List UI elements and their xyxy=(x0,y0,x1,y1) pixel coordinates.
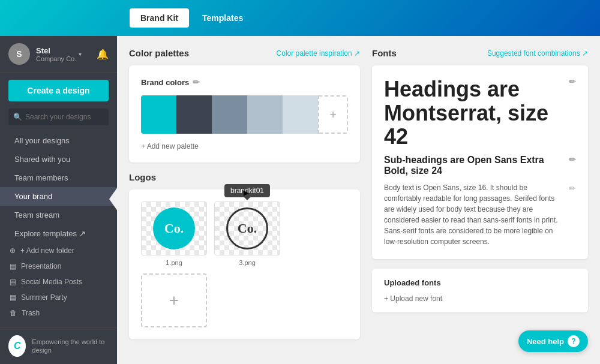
search-icon: 🔍 xyxy=(13,113,22,121)
header: Brand Kit Templates xyxy=(0,0,600,36)
logo-item-2: brandkit01 Co. 3.png xyxy=(214,201,280,266)
logo-tooltip: brandkit01 xyxy=(224,184,270,197)
uploaded-fonts-card: Uploaded fonts + Upload new font xyxy=(372,269,588,312)
search-input[interactable] xyxy=(8,109,109,125)
bell-icon[interactable]: 🔔 xyxy=(97,49,109,60)
sidebar-item-shared[interactable]: Shared with you xyxy=(0,150,117,169)
sidebar-item-label: Shared with you xyxy=(14,155,70,164)
logo-circle-outline: Co. xyxy=(226,207,268,249)
add-swatch-button[interactable]: + xyxy=(318,95,348,134)
folder-label: Trash xyxy=(22,309,40,317)
fonts-title: Fonts xyxy=(372,48,397,58)
folder-label: Summer Party xyxy=(21,293,67,302)
need-help-label: Need help xyxy=(527,337,564,346)
logos-card: Co. 1.png brandkit01 Co. 3.png xyxy=(129,189,360,339)
tab-templates[interactable]: Templates xyxy=(191,8,254,28)
logo-label-1: 1.png xyxy=(166,259,182,266)
logos-grid: Co. 1.png brandkit01 Co. 3.png xyxy=(141,201,348,327)
logos-title: Logos xyxy=(129,172,156,182)
logo-item-1: Co. 1.png xyxy=(141,201,207,266)
swatch-4[interactable] xyxy=(247,95,283,134)
swatch-1[interactable] xyxy=(141,95,176,134)
body-text: Body text is Open Sans, size 16. It shou… xyxy=(384,182,564,247)
suggested-fonts-link[interactable]: Suggested font combinations ↗ xyxy=(487,49,588,58)
folder-presentation[interactable]: ▤ Presentation xyxy=(0,258,117,274)
sidebar-item-your-brand[interactable]: Your brand xyxy=(0,187,117,206)
main-layout: S Stel Company Co. ▾ 🔔 Create a design 🔍… xyxy=(0,36,600,364)
fonts-section: Fonts Suggested font combinations ↗ Head… xyxy=(372,48,588,259)
palette-inspiration-link[interactable]: Color palette inspiration ↗ xyxy=(277,49,360,58)
add-folder-icon: ⊕ xyxy=(10,246,16,255)
logo-preview-2[interactable]: brandkit01 Co. xyxy=(214,201,280,255)
trash-icon: 🗑 xyxy=(10,309,17,317)
fonts-header: Fonts Suggested font combinations ↗ xyxy=(372,48,588,58)
sidebar-item-team-members[interactable]: Team members xyxy=(0,169,117,187)
sidebar-item-explore-templates[interactable]: Explore templates ↗ xyxy=(0,224,117,243)
add-folder-label: + Add new folder xyxy=(20,246,74,255)
add-logo-button[interactable]: + xyxy=(141,273,207,327)
color-palettes-header: Color palettes Color palette inspiration… xyxy=(129,48,360,58)
folder-label: Presentation xyxy=(21,262,61,270)
sidebar: S Stel Company Co. ▾ 🔔 Create a design 🔍… xyxy=(0,36,117,364)
canva-logo: C xyxy=(8,335,26,357)
font-heading: Headings are Montserrat, size 42 ✏ xyxy=(384,77,576,149)
upload-font-link[interactable]: + Upload new font xyxy=(384,294,576,303)
palette-name-text: Brand colors xyxy=(141,78,189,87)
subheading-edit-icon[interactable]: ✏ xyxy=(569,155,576,164)
need-help-button[interactable]: Need help ? xyxy=(518,330,588,352)
add-folder-item[interactable]: ⊕ + Add new folder xyxy=(0,243,117,258)
palette-header: Brand colors ✏ xyxy=(141,77,348,87)
main-content: Color palettes Color palette inspiration… xyxy=(117,36,600,364)
folder-icon: ▤ xyxy=(10,293,16,302)
sidebar-item-label: Team members xyxy=(14,173,68,182)
search-wrap: 🔍 xyxy=(8,109,109,125)
color-palettes-title: Color palettes xyxy=(129,48,189,58)
heading-edit-icon[interactable]: ✏ xyxy=(569,77,576,86)
help-icon: ? xyxy=(568,335,580,347)
folder-icon: ▤ xyxy=(10,278,16,286)
color-palettes-section: Color palettes Color palette inspiration… xyxy=(129,48,360,163)
swatch-5[interactable] xyxy=(283,95,318,134)
palette-swatches: + xyxy=(141,95,348,134)
logos-section: Logos Co. 1.png xyxy=(129,172,360,339)
body-edit-icon[interactable]: ✏ xyxy=(569,182,576,195)
sidebar-item-label: All your designs xyxy=(14,136,70,145)
swatch-3[interactable] xyxy=(212,95,247,134)
edit-icon[interactable]: ✏ xyxy=(193,77,200,87)
create-design-button[interactable]: Create a design xyxy=(8,80,109,101)
sidebar-nav: All your designs Shared with you Team me… xyxy=(0,131,117,327)
folder-trash[interactable]: 🗑 Trash xyxy=(0,305,117,321)
font-subheading: Sub-headings are Open Sans Extra Bold, s… xyxy=(384,155,576,176)
sidebar-item-all-designs[interactable]: All your designs xyxy=(0,131,117,150)
tab-brand-kit[interactable]: Brand Kit xyxy=(130,8,189,28)
user-name: Stel xyxy=(36,46,76,55)
folder-label: Social Media Posts xyxy=(21,278,82,286)
sidebar-item-label: Team stream xyxy=(14,210,59,219)
user-info: Stel Company Co. xyxy=(36,46,76,62)
folder-icon: ▤ xyxy=(10,262,16,270)
logo-circle-teal: Co. xyxy=(153,207,195,249)
logo-preview-1[interactable]: Co. xyxy=(141,201,207,255)
add-logo-item: + xyxy=(141,273,207,327)
right-column: Fonts Suggested font combinations ↗ Head… xyxy=(372,48,588,352)
left-column: Color palettes Color palette inspiration… xyxy=(129,48,360,352)
palette-name: Brand colors ✏ xyxy=(141,77,200,87)
subheading-text: Sub-headings are Open Sans Extra Bold, s… xyxy=(384,155,564,176)
chevron-down-icon: ▾ xyxy=(79,51,82,58)
sidebar-item-team-stream[interactable]: Team stream xyxy=(0,206,117,224)
user-company: Company Co. xyxy=(36,55,76,62)
sidebar-item-label: Explore templates ↗ xyxy=(14,229,86,238)
add-palette-link[interactable]: + Add new palette xyxy=(141,142,348,151)
logo-label-2: 3.png xyxy=(239,259,256,266)
footer-text: Empowering the world to design xyxy=(32,338,109,355)
header-tabs: Brand Kit Templates xyxy=(130,8,254,28)
swatch-2[interactable] xyxy=(176,95,212,134)
sidebar-footer: C Empowering the world to design xyxy=(0,327,117,364)
font-body: Body text is Open Sans, size 16. It shou… xyxy=(384,182,576,247)
sidebar-item-label: Your brand xyxy=(14,192,52,201)
folder-social-media[interactable]: ▤ Social Media Posts xyxy=(0,274,117,290)
folder-summer-party[interactable]: ▤ Summer Party xyxy=(0,290,117,305)
uploaded-fonts-title: Uploaded fonts xyxy=(384,278,576,287)
logos-header: Logos xyxy=(129,172,360,182)
sidebar-user: S Stel Company Co. ▾ 🔔 xyxy=(0,36,117,73)
